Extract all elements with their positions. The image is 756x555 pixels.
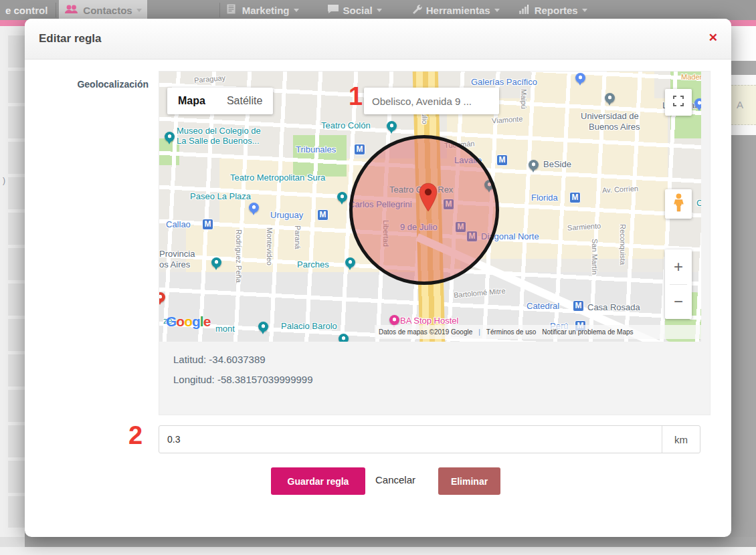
map-label: San Martín xyxy=(591,239,599,275)
latitude-value: Latitud: -34.6037389 xyxy=(173,354,266,365)
step-annotation-1: 1 xyxy=(349,84,363,109)
nav-item-herramientas[interactable]: Herramientas xyxy=(406,0,505,20)
edit-rule-modal: Editar regla ✕ Geolocalización ParaguayM… xyxy=(25,19,731,537)
map-label: Rodríguez Peña xyxy=(235,229,243,283)
map-label: Reconquista xyxy=(619,224,627,265)
nav-item-marketing[interactable]: Marketing xyxy=(237,0,304,20)
pegman-control[interactable] xyxy=(665,189,692,219)
map-label: Madero xyxy=(681,73,701,81)
background-glyph: ) xyxy=(3,176,5,185)
nav-item-social[interactable]: Social xyxy=(322,0,387,20)
longitude-value: Longitud: -58.38157039999999 xyxy=(173,374,313,385)
poi-pin-icon xyxy=(387,121,397,134)
fullscreen-button[interactable] xyxy=(665,89,692,116)
bar-chart-icon xyxy=(518,5,529,16)
radius-input[interactable] xyxy=(159,426,662,453)
background-strip xyxy=(25,537,756,547)
map-attribution: Datos de mapas ©2019 Google | Términos d… xyxy=(375,325,701,339)
google-letter: g xyxy=(192,314,200,329)
nav-divider xyxy=(219,3,220,17)
save-rule-button[interactable]: Guardar regla xyxy=(271,467,365,495)
attribution-separator: | xyxy=(478,328,480,336)
poi-pin-icon xyxy=(159,292,165,306)
modal-header: Editar regla ✕ xyxy=(25,19,731,60)
top-nav: e control Contactos Marketing Social Her… xyxy=(0,0,756,20)
map-label: Paseo La Plaza xyxy=(190,192,251,201)
radius-input-group: km xyxy=(159,425,700,453)
chat-bubble-icon xyxy=(327,4,339,16)
background-strip xyxy=(0,537,25,547)
map-label: La Salle de Buenos... xyxy=(177,136,260,146)
fullscreen-icon xyxy=(673,96,684,109)
map-label: M xyxy=(202,219,213,230)
map-label: mont xyxy=(215,324,235,334)
delete-button[interactable]: Eliminar xyxy=(438,467,500,495)
zoom-out-button[interactable]: − xyxy=(665,285,692,320)
nav-item-label: Contactos xyxy=(83,5,132,16)
chevron-down-icon xyxy=(582,9,587,15)
nav-item-panel-control[interactable]: e control xyxy=(0,0,53,20)
map-label: M xyxy=(496,154,508,166)
poi-pin-icon xyxy=(337,192,347,205)
radius-unit-label: km xyxy=(662,426,700,453)
nav-item-contactos[interactable]: Contactos xyxy=(59,0,147,20)
background-dashed-panel: A xyxy=(731,85,756,125)
poi-pin-icon xyxy=(345,257,355,271)
poi-pin-icon xyxy=(211,257,221,271)
google-letter: o xyxy=(176,314,184,329)
geolocation-label: Geolocalización xyxy=(25,79,149,90)
map-label: Montevideo xyxy=(266,227,274,265)
cancel-button[interactable]: Cancelar xyxy=(375,474,415,485)
nav-item-label: Herramientas xyxy=(426,5,490,16)
map-type-control: Mapa Satélite xyxy=(167,88,273,114)
map-type-satellite-button[interactable]: Satélite xyxy=(216,95,273,107)
map-label: Galerías Pacífico xyxy=(471,78,537,87)
background-strip xyxy=(731,26,756,61)
nav-item-label: Marketing xyxy=(242,5,290,16)
poi-pin-icon xyxy=(605,93,615,106)
chevron-down-icon xyxy=(136,9,142,15)
map-type-map-button[interactable]: Mapa xyxy=(167,95,216,107)
map-label: Provincia xyxy=(159,249,195,259)
map-label: Museo del Colegio de xyxy=(177,126,261,136)
poi-pin-icon xyxy=(575,73,585,86)
nav-item-reportes[interactable]: Reportes xyxy=(529,0,593,20)
document-icon xyxy=(227,4,235,16)
map-label: Florida xyxy=(531,193,558,203)
close-icon[interactable]: ✕ xyxy=(708,31,718,45)
modal-actions: Guardar regla Cancelar Eliminar xyxy=(25,467,731,495)
users-icon xyxy=(64,5,79,16)
map-label: Buenos Aires xyxy=(589,122,640,132)
map-label: Parches xyxy=(297,260,329,269)
map-label: Catedral xyxy=(527,302,559,311)
nav-item-label: Social xyxy=(343,5,373,16)
step-annotation-2: 2 xyxy=(128,423,143,448)
map-label: Maipú xyxy=(520,89,528,109)
google-logo[interactable]: Google xyxy=(166,314,210,330)
map-label: os Aires xyxy=(159,260,190,269)
background-table-left: ) xyxy=(0,26,25,537)
map-label: BeSide xyxy=(543,160,571,169)
chevron-down-icon xyxy=(294,9,299,15)
map-label: Uruguay xyxy=(270,211,303,220)
poi-pin-icon xyxy=(165,132,175,145)
google-letter: G xyxy=(166,314,176,329)
nav-divider xyxy=(56,3,56,17)
google-letter: o xyxy=(184,314,192,329)
background-page-right: A xyxy=(731,26,756,555)
terms-link[interactable]: Términos de uso xyxy=(486,328,536,336)
map-label: M xyxy=(573,300,584,312)
map-marker-icon[interactable] xyxy=(418,183,438,215)
modal-title: Editar regla xyxy=(39,32,102,45)
poi-pin-icon xyxy=(249,203,259,216)
zoom-in-button[interactable]: + xyxy=(665,249,692,284)
map-label: C xyxy=(696,199,701,208)
map-search-input[interactable]: Obelisco, Avenida 9 ... xyxy=(364,88,499,114)
poi-pin-icon xyxy=(694,98,701,112)
report-problem-link[interactable]: Notificar un problema de Maps xyxy=(542,328,633,336)
map-label: Palacio Barolo xyxy=(281,322,337,331)
background-strip xyxy=(731,75,756,85)
poi-pin-icon xyxy=(529,160,539,173)
map-label: Tribunales xyxy=(296,145,336,154)
map-canvas[interactable]: ParaguayMaderoViamonteTucumánMaipúJulioL… xyxy=(159,72,701,342)
